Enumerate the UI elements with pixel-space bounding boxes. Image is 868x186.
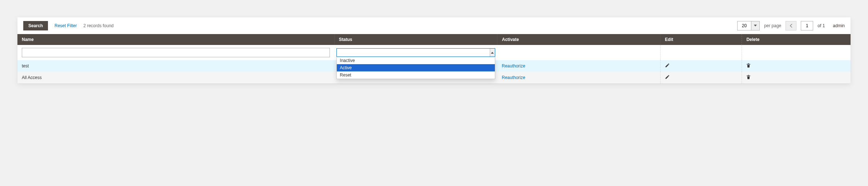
account-label: admin — [833, 23, 845, 28]
reset-filter-link[interactable]: Reset Filter — [54, 23, 77, 28]
search-button[interactable]: Search — [23, 21, 48, 30]
col-header-delete: Delete — [742, 34, 851, 45]
status-filter-select[interactable] — [336, 48, 495, 57]
prev-page-button[interactable] — [786, 21, 796, 30]
col-header-name[interactable]: Name — [17, 34, 334, 45]
reauthorize-link[interactable]: Reauthorize — [502, 75, 525, 80]
caret-down-icon — [754, 25, 757, 27]
per-page-control — [737, 21, 760, 30]
per-page-input[interactable] — [737, 21, 751, 30]
toolbar: Search Reset Filter 2 records found per … — [17, 17, 851, 34]
cell-name: All Access — [17, 72, 334, 83]
reauthorize-link[interactable]: Reauthorize — [502, 63, 525, 69]
status-dropdown[interactable]: Inactive Active Reset — [336, 57, 495, 79]
filter-row: Inactive Active Reset — [17, 45, 851, 60]
page-number-input[interactable] — [801, 21, 813, 30]
trash-icon — [746, 75, 751, 79]
col-header-status[interactable]: Status — [334, 34, 497, 45]
status-option-active[interactable]: Active — [337, 64, 495, 71]
grid-panel: Search Reset Filter 2 records found per … — [17, 17, 851, 83]
per-page-dropdown-button[interactable] — [751, 21, 760, 30]
edit-button[interactable] — [665, 63, 670, 68]
name-filter-input[interactable] — [22, 48, 330, 57]
data-grid: Name Status Activate Edit Delete — [17, 34, 851, 83]
delete-button[interactable] — [746, 75, 751, 79]
per-page-label: per page — [764, 23, 781, 28]
delete-button[interactable] — [746, 63, 751, 68]
records-count: 2 records found — [83, 23, 113, 28]
pager: per page of 1 admin — [737, 21, 845, 30]
caret-up-icon — [491, 52, 494, 54]
trash-icon — [746, 63, 751, 68]
chevron-left-icon — [790, 24, 792, 28]
header-row: Name Status Activate Edit Delete — [17, 34, 851, 45]
page-total-label: of 1 — [817, 23, 825, 28]
status-option-reset[interactable]: Reset — [337, 71, 495, 79]
pencil-icon — [665, 63, 670, 68]
cell-name: test — [17, 60, 334, 72]
edit-button[interactable] — [665, 75, 670, 79]
status-option-inactive[interactable]: Inactive — [337, 57, 495, 64]
status-filter-wrap: Inactive Active Reset — [336, 48, 495, 57]
col-header-activate[interactable]: Activate — [497, 34, 661, 45]
pencil-icon — [665, 75, 670, 79]
col-header-edit: Edit — [661, 34, 742, 45]
